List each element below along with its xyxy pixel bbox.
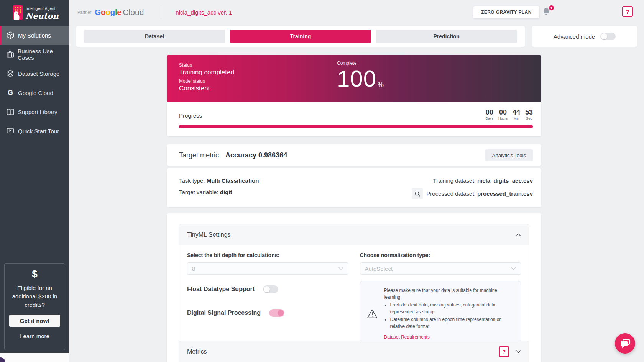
- progress-label: Progress: [179, 112, 202, 119]
- cube-icon: [6, 31, 15, 40]
- target-metric-label: Target metric:: [179, 151, 221, 159]
- sidebar-item-support-library[interactable]: Support Library: [0, 102, 69, 121]
- chevron-down-icon: [516, 350, 521, 353]
- tinyml-right-column: Choose normalization type: AutoSelect Pl…: [360, 252, 521, 346]
- metrics-header[interactable]: Metrics ?: [179, 341, 529, 362]
- float-datatype-label: Float Datatype Support: [187, 286, 255, 293]
- notifications-bell-button[interactable]: 1: [542, 7, 553, 18]
- tinyml-left-column: Select the bit depth for calculations: 8…: [187, 252, 348, 346]
- book-icon: [6, 107, 15, 116]
- target-metric-card: Target metric: Accuracy 0.986364 Analyti…: [167, 144, 541, 166]
- brand-logo[interactable]: Intelligent Agent Neuton: [0, 0, 69, 25]
- app-root: Intelligent Agent Neuton My Solutions Bu…: [0, 0, 644, 362]
- bit-depth-select[interactable]: 8: [187, 262, 348, 275]
- complete-label: Complete: [337, 61, 384, 66]
- header-divider: [161, 6, 161, 19]
- promo-text: Eligible for an additional $200 in credi…: [9, 284, 60, 309]
- zero-gravity-plan-button[interactable]: ZERO GRAVITY PLAN: [473, 6, 539, 18]
- sidebar-item-google-cloud[interactable]: G Google Cloud: [0, 83, 69, 102]
- dsp-label: Digital Signal Processing: [187, 310, 261, 316]
- metrics-section: Metrics ?: [179, 341, 529, 362]
- chat-widget-button[interactable]: [615, 333, 635, 354]
- learn-more-link[interactable]: Learn more: [5, 333, 65, 339]
- sidebar-item-my-solutions[interactable]: My Solutions: [0, 26, 69, 45]
- progress-panel: Progress 00 Days 00 Hours 44 Min 53 Sec: [167, 102, 541, 136]
- tab-dataset[interactable]: Dataset: [84, 30, 225, 43]
- top-header: Partner Google Cloud nicla_digits_acc ve…: [69, 0, 644, 25]
- sidebar-item-business-use-cases[interactable]: Business Use Cases: [0, 45, 69, 64]
- tinyml-settings-body: Select the bit depth for calculations: 8…: [179, 245, 529, 356]
- tinyml-settings-title: TinyML Settings: [187, 231, 231, 238]
- complete-block: Complete 100 %: [337, 61, 384, 90]
- metrics-help-button[interactable]: ?: [499, 346, 509, 357]
- float-datatype-toggle[interactable]: [263, 285, 278, 293]
- tab-training[interactable]: Training: [230, 30, 371, 43]
- sidebar: Intelligent Agent Neuton My Solutions Bu…: [0, 0, 69, 353]
- timer-sec: 53 Sec: [525, 109, 533, 120]
- sidebar-item-label: Business Use Cases: [18, 48, 69, 61]
- magnifier-icon: [414, 191, 421, 197]
- google-logo: Google: [95, 8, 121, 17]
- warning-bullet-list: Excludes text data, missing values, cate…: [390, 301, 515, 330]
- warning-bullet: Excludes text data, missing values, cate…: [390, 301, 515, 315]
- preview-dataset-button[interactable]: [412, 188, 423, 199]
- video-play-icon: [6, 126, 15, 136]
- warning-intro: Please make sure that your data is suita…: [384, 287, 515, 301]
- sidebar-footer-strip: [0, 353, 69, 362]
- metrics-title: Metrics: [187, 348, 207, 355]
- brand-tagline: Intelligent Agent: [26, 7, 56, 11]
- sidebar-item-label: Quick Start Tour: [18, 128, 59, 134]
- processed-dataset-row: Processed dataset: processed_train.csv: [412, 188, 533, 199]
- float-datatype-row: Float Datatype Support: [187, 285, 348, 293]
- tinyml-settings-header[interactable]: TinyML Settings: [179, 224, 529, 245]
- layers-icon: [6, 69, 15, 78]
- chevron-down-icon: [511, 267, 516, 270]
- warning-content: Please make sure that your data is suita…: [384, 287, 515, 340]
- tab-prediction[interactable]: Prediction: [376, 30, 517, 43]
- settings-card: TinyML Settings Select the bit depth for…: [167, 213, 541, 362]
- sidebar-item-dataset-storage[interactable]: Dataset Storage: [0, 64, 69, 83]
- header-divider-2: [537, 6, 537, 18]
- sidebar-item-label: Google Cloud: [18, 90, 53, 96]
- partner-label: Partner: [77, 10, 91, 15]
- bit-depth-value: 8: [192, 265, 195, 272]
- task-info-left: Task type: Multi Classification Target v…: [179, 175, 259, 198]
- progress-bar: [179, 125, 533, 128]
- data-suitability-warning: Please make sure that your data is suita…: [360, 281, 521, 346]
- status-value: Training completed: [179, 69, 234, 76]
- toggle-knob: [278, 310, 284, 316]
- target-metric-value: Accuracy 0.986364: [225, 151, 287, 159]
- status-label: Status: [179, 62, 192, 68]
- sidebar-item-quick-start-tour[interactable]: Quick Start Tour: [0, 121, 69, 141]
- status-gradient-banner: Status Training completed Model status C…: [167, 55, 541, 102]
- get-it-now-button[interactable]: Get it now!: [9, 315, 60, 327]
- advanced-mode-toggle[interactable]: [600, 33, 616, 40]
- progress-bar-fill: [179, 125, 533, 128]
- chat-bubbles-icon: [619, 338, 631, 349]
- dsp-toggle[interactable]: [269, 309, 284, 317]
- training-status-card: Status Training completed Model status C…: [167, 55, 541, 136]
- help-button[interactable]: ?: [622, 6, 633, 17]
- model-status-label: Model status: [179, 79, 205, 84]
- chevron-down-icon: [338, 267, 343, 270]
- advanced-mode-card: Advanced mode: [532, 26, 637, 47]
- timer-days: 00 Days: [485, 109, 493, 120]
- neuton-logo-icon: [13, 5, 23, 20]
- sidebar-nav: My Solutions Business Use Cases Dataset …: [0, 26, 69, 141]
- task-info-right: Training dataset: nicla_digits_acc.csv P…: [412, 175, 533, 199]
- training-dataset-row: Training dataset: nicla_digits_acc.csv: [412, 175, 533, 187]
- chevron-up-icon: [516, 233, 521, 236]
- brand-name: Neuton: [25, 11, 59, 21]
- analytics-tools-button[interactable]: Analytic's Tools: [485, 149, 533, 161]
- normalization-value: AutoSelect: [365, 265, 393, 272]
- task-info-card: Task type: Multi Classification Target v…: [167, 168, 541, 207]
- timer-min: 44 Min: [513, 109, 520, 120]
- bit-depth-label: Select the bit depth for calculations:: [187, 252, 348, 258]
- dataset-requirements-link[interactable]: Dataset Requirements: [384, 334, 430, 340]
- project-title: nicla_digits_acc ver. 1: [176, 9, 232, 16]
- normalization-select[interactable]: AutoSelect: [360, 262, 521, 275]
- training-timer: 00 Days 00 Hours 44 Min 53 Sec: [485, 109, 533, 120]
- warning-bullet: Date/time columns are in epoch time repr…: [390, 316, 515, 330]
- workflow-tabbar: Dataset Training Prediction: [76, 26, 525, 47]
- notification-count-badge: 1: [549, 5, 554, 11]
